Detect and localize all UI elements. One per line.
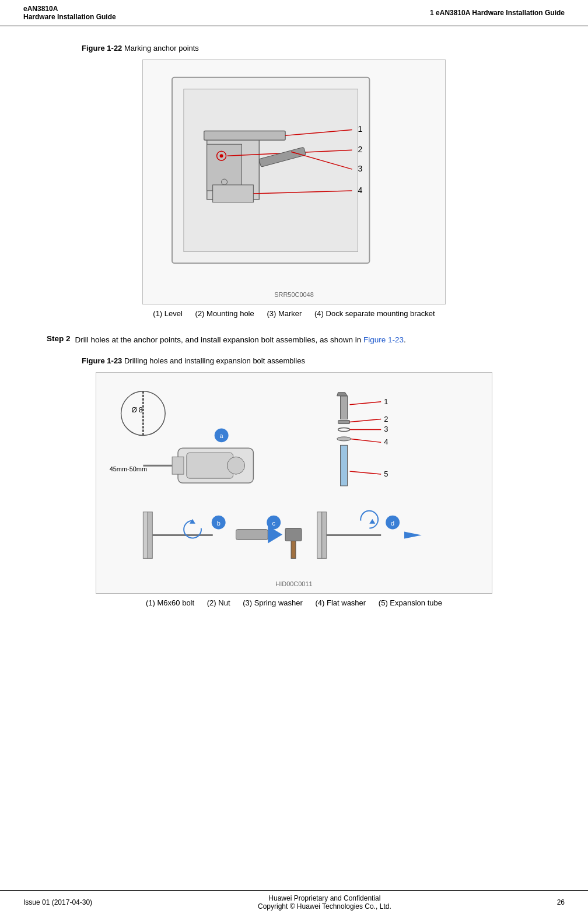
svg-rect-56 xyxy=(285,528,302,541)
figure23-title: Figure 1-23 Drilling holes and installin… xyxy=(47,356,541,365)
caption23-item4: (4) Flat washer xyxy=(315,598,366,607)
caption23-item5: (5) Expansion tube xyxy=(379,598,442,607)
step2-text-before: Drill holes at the anchor points, and in… xyxy=(75,335,364,344)
svg-text:HID00C0011: HID00C0011 xyxy=(275,580,312,587)
caption22-item2: (2) Mounting hole xyxy=(195,309,254,318)
svg-marker-64 xyxy=(404,532,422,539)
svg-rect-30 xyxy=(341,396,348,419)
svg-text:1: 1 xyxy=(384,397,388,406)
main-content: Figure 1-22 Marking anchor points xyxy=(0,26,588,647)
svg-text:2: 2 xyxy=(384,415,388,423)
svg-text:a: a xyxy=(220,433,224,440)
figure23-title-text: Drilling holes and installing expansion … xyxy=(122,356,305,365)
step2-text-end: . xyxy=(404,335,406,344)
svg-text:2: 2 xyxy=(358,145,362,154)
svg-text:Ø 8: Ø 8 xyxy=(131,406,143,414)
svg-rect-57 xyxy=(291,541,296,559)
page: eAN3810A Hardware Installation Guide 1 e… xyxy=(0,0,588,914)
figure23-caption: (1) M6x60 bolt (2) Nut (3) Spring washer… xyxy=(47,598,541,607)
caption23-item2: (2) Nut xyxy=(207,598,230,607)
figure23-image: Ø 8 45mm-50mm a 1 xyxy=(96,372,492,594)
footer-center: Huawei Proprietary and Confidential Copy… xyxy=(92,894,557,911)
figure23-title-bold: Figure 1-23 xyxy=(82,356,122,365)
header: eAN3810A Hardware Installation Guide 1 e… xyxy=(0,0,588,26)
footer: Issue 01 (2017-04-30) Huawei Proprietary… xyxy=(0,890,588,914)
svg-rect-15 xyxy=(213,185,254,202)
figure23-svg: Ø 8 45mm-50mm a 1 xyxy=(96,373,492,593)
figure22-title-bold: Figure 1-22 xyxy=(82,44,122,52)
svg-rect-34 xyxy=(338,421,350,424)
caption22-item1: (1) Level xyxy=(153,309,183,318)
svg-marker-31 xyxy=(337,393,348,396)
figure22-title-text: Marking anchor points xyxy=(122,44,199,52)
svg-text:5: 5 xyxy=(384,470,388,478)
svg-text:3: 3 xyxy=(358,164,362,173)
header-left-text: eAN3810A Hardware Installation Guide xyxy=(23,5,116,21)
figure22-svg: 1 2 3 4 SRR50C0048 xyxy=(143,60,445,304)
svg-text:1: 1 xyxy=(358,124,362,134)
svg-line-44 xyxy=(349,471,381,474)
figure22-caption: (1) Level (2) Mounting hole (3) Marker (… xyxy=(47,309,541,318)
figure22-image: 1 2 3 4 SRR50C0048 xyxy=(142,59,446,304)
svg-line-32 xyxy=(349,402,381,405)
caption23-item3: (3) Spring washer xyxy=(243,598,303,607)
svg-rect-49 xyxy=(148,512,152,559)
svg-line-41 xyxy=(351,439,381,443)
header-right: 1 eAN3810A Hardware Installation Guide xyxy=(430,9,565,17)
svg-text:c: c xyxy=(272,520,275,527)
caption22-item4: (4) Dock separate mounting bracket xyxy=(314,309,435,318)
footer-right: 26 xyxy=(557,898,565,906)
svg-rect-54 xyxy=(236,530,268,540)
footer-center-line2: Copyright © Huawei Technologies Co., Ltd… xyxy=(92,902,557,911)
svg-text:SRR50C0048: SRR50C0048 xyxy=(274,291,314,298)
svg-line-35 xyxy=(349,419,381,422)
svg-text:3: 3 xyxy=(384,425,388,434)
svg-point-29 xyxy=(228,457,245,474)
svg-rect-61 xyxy=(322,512,327,559)
svg-point-37 xyxy=(338,428,350,432)
header-right-text: 1 eAN3810A Hardware Installation Guide xyxy=(430,9,565,17)
svg-point-40 xyxy=(337,437,351,441)
svg-text:4: 4 xyxy=(384,438,388,447)
figure22-title: Figure 1-22 Marking anchor points xyxy=(47,44,541,52)
step2-label: Step 2 xyxy=(47,334,71,346)
footer-left: Issue 01 (2017-04-30) xyxy=(23,898,92,906)
header-left: eAN3810A Hardware Installation Guide xyxy=(23,5,116,21)
step2-text: Drill holes at the anchor points, and in… xyxy=(75,334,406,346)
svg-rect-48 xyxy=(143,512,148,559)
svg-rect-43 xyxy=(341,446,348,486)
step2-link[interactable]: Figure 1-23 xyxy=(363,335,404,344)
caption23-item1: (1) M6x60 bolt xyxy=(146,598,194,607)
svg-point-5 xyxy=(220,154,223,157)
svg-rect-28 xyxy=(187,453,233,479)
svg-marker-63 xyxy=(369,519,375,524)
step2-block: Step 2 Drill holes at the anchor points,… xyxy=(47,334,541,346)
svg-text:45mm-50mm: 45mm-50mm xyxy=(110,465,147,472)
svg-rect-3 xyxy=(207,144,242,191)
svg-text:b: b xyxy=(217,520,220,527)
svg-rect-7 xyxy=(204,131,285,140)
footer-center-line1: Huawei Proprietary and Confidential xyxy=(92,894,557,902)
svg-text:4: 4 xyxy=(358,185,362,195)
svg-text:d: d xyxy=(391,520,394,527)
caption22-item3: (3) Marker xyxy=(267,309,302,318)
svg-rect-60 xyxy=(317,512,322,559)
svg-rect-26 xyxy=(172,457,184,474)
